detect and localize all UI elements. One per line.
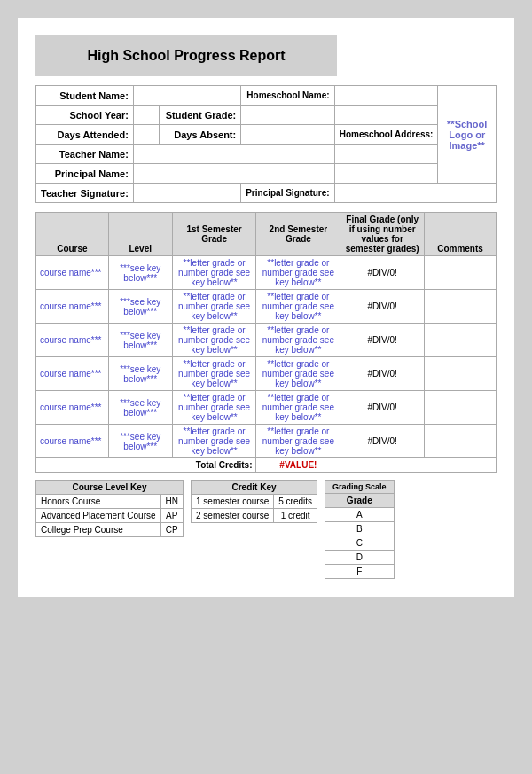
logo-cell: **School Logo or Image** xyxy=(438,86,497,184)
course-level-key-table: Course Level Key Honors Course HN Advanc… xyxy=(35,480,184,537)
teacher-name-value[interactable] xyxy=(133,145,334,164)
grade-letter: F xyxy=(325,565,395,579)
final-grade: #DIV/0! xyxy=(340,324,425,357)
course-name: course name*** xyxy=(36,425,109,458)
grading-scale-header: Grade xyxy=(325,494,395,508)
sem1-grade: **letter grade or number grade see key b… xyxy=(172,290,256,324)
homeschool-address-value2[interactable] xyxy=(334,164,438,184)
total-credits-value: #VALUE! xyxy=(256,458,340,473)
sem2-grade: **letter grade or number grade see key b… xyxy=(256,357,340,391)
final-grade: #DIV/0! xyxy=(340,391,425,425)
days-absent-label: Days Absent: xyxy=(160,125,241,145)
grade-letter: A xyxy=(325,508,395,522)
credit-value: 1 credit xyxy=(274,509,317,523)
final-grade: #DIV/0! xyxy=(340,256,425,290)
course-name: course name*** xyxy=(36,357,109,391)
list-item: Honors Course HN xyxy=(36,495,184,509)
course-level: ***see key below*** xyxy=(108,391,172,425)
sem1-grade: **letter grade or number grade see key b… xyxy=(172,357,256,391)
principal-signature-value[interactable] xyxy=(334,184,496,203)
course-name: course name*** xyxy=(36,290,109,324)
empty1 xyxy=(334,106,438,125)
list-item: B xyxy=(325,522,395,536)
list-item: F xyxy=(325,565,395,579)
grading-scale-title: Grading Scale xyxy=(325,481,395,494)
grade-letter: B xyxy=(325,522,395,536)
title-box: High School Progress Report xyxy=(35,35,337,76)
sem1-grade: **letter grade or number grade see key b… xyxy=(172,391,256,425)
days-attended-label: Days Attended: xyxy=(36,125,134,145)
course-name: course name*** xyxy=(36,256,109,290)
credit-key-table: Credit Key 1 semester course 5 credits 2… xyxy=(191,480,317,523)
col-comments: Comments xyxy=(425,213,497,256)
col-course: Course xyxy=(36,213,109,256)
principal-name-label: Principal Name: xyxy=(36,164,134,184)
table-row: course name*** ***see key below*** **let… xyxy=(36,425,497,458)
sem2-grade: **letter grade or number grade see key b… xyxy=(256,290,340,324)
homeschool-address-value[interactable] xyxy=(334,145,438,164)
comments[interactable] xyxy=(425,324,497,357)
final-grade: #DIV/0! xyxy=(340,357,425,391)
teacher-name-label: Teacher Name: xyxy=(36,145,134,164)
header-info-table: Student Name: Homeschool Name: **School … xyxy=(35,85,497,203)
course-level-key-title: Course Level Key xyxy=(36,481,184,495)
comments[interactable] xyxy=(425,391,497,425)
list-item: 1 semester course 5 credits xyxy=(191,495,317,509)
comments[interactable] xyxy=(425,256,497,290)
course-name: course name*** xyxy=(36,391,109,425)
principal-name-value[interactable] xyxy=(133,164,334,184)
course-level: ***see key below*** xyxy=(108,357,172,391)
col-sem2: 2nd Semester Grade xyxy=(256,213,340,256)
list-item: Advanced Placement Course AP xyxy=(36,509,184,523)
table-row: course name*** ***see key below*** **let… xyxy=(36,357,497,391)
grades-table: Course Level 1st Semester Grade 2nd Seme… xyxy=(35,212,497,473)
days-attended-value[interactable] xyxy=(133,125,159,145)
course-level: ***see key below*** xyxy=(108,256,172,290)
grade-letter: C xyxy=(325,536,395,551)
comments[interactable] xyxy=(425,357,497,391)
sem1-grade: **letter grade or number grade see key b… xyxy=(172,324,256,357)
credit-key-title: Credit Key xyxy=(191,481,317,495)
principal-signature-label: Principal Signature: xyxy=(241,184,334,203)
list-item: 2 semester course 1 credit xyxy=(191,509,317,523)
total-credits-label: Total Credits: xyxy=(36,458,256,473)
final-grade: #DIV/0! xyxy=(340,425,425,458)
days-absent-value[interactable] xyxy=(241,125,334,145)
school-year-value[interactable] xyxy=(133,106,159,125)
credit-desc: 1 semester course xyxy=(191,495,273,509)
student-name-label: Student Name: xyxy=(36,86,134,106)
sem2-grade: **letter grade or number grade see key b… xyxy=(256,324,340,357)
school-year-label: School Year: xyxy=(36,106,134,125)
teacher-signature-value[interactable] xyxy=(133,184,240,203)
course-level-code: CP xyxy=(160,523,183,537)
credit-desc: 2 semester course xyxy=(191,509,273,523)
col-sem1: 1st Semester Grade xyxy=(172,213,256,256)
homeschool-name-label: Homeschool Name: xyxy=(241,86,334,106)
homeschool-name-value[interactable] xyxy=(334,86,438,106)
student-grade-value[interactable] xyxy=(241,106,334,125)
final-grade: #DIV/0! xyxy=(340,290,425,324)
grading-scale-table: Grading Scale Grade ABCDF xyxy=(325,480,395,579)
student-grade-label: Student Grade: xyxy=(160,106,241,125)
list-item: D xyxy=(325,551,395,565)
table-row: course name*** ***see key below*** **let… xyxy=(36,391,497,425)
list-item: C xyxy=(325,536,395,551)
course-level-name: College Prep Course xyxy=(36,523,161,537)
sem2-grade: **letter grade or number grade see key b… xyxy=(256,256,340,290)
table-row: course name*** ***see key below*** **let… xyxy=(36,256,497,290)
grade-letter: D xyxy=(325,551,395,565)
comments[interactable] xyxy=(425,290,497,324)
homeschool-address-label: Homeschool Address: xyxy=(334,125,438,145)
course-level-name: Honors Course xyxy=(36,495,161,509)
sem1-grade: **letter grade or number grade see key b… xyxy=(172,425,256,458)
sem1-grade: **letter grade or number grade see key b… xyxy=(172,256,256,290)
page-title: High School Progress Report xyxy=(44,48,328,64)
col-level: Level xyxy=(108,213,172,256)
course-level-code: AP xyxy=(160,509,183,523)
sem2-grade: **letter grade or number grade see key b… xyxy=(256,391,340,425)
table-row: course name*** ***see key below*** **let… xyxy=(36,290,497,324)
comments[interactable] xyxy=(425,425,497,458)
course-name: course name*** xyxy=(36,324,109,357)
total-empty xyxy=(340,458,497,473)
student-name-value[interactable] xyxy=(133,86,240,106)
